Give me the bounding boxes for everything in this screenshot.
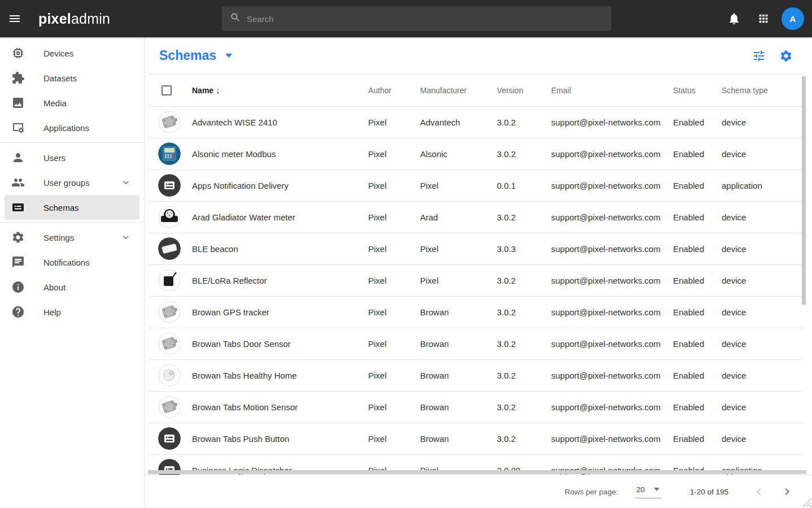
filter-tune-icon[interactable] [748, 45, 770, 67]
rows-per-page-select[interactable]: 20 [635, 485, 661, 498]
table-row[interactable]: Browan Tabs Healthy HomePixelBrowan3.0.2… [148, 359, 804, 391]
app-window-gear-icon [11, 121, 25, 134]
sensor-gray-icon [158, 301, 181, 323]
page-title-dropdown[interactable]: Schemas [159, 48, 232, 63]
sort-descending-icon: ↓ [216, 85, 220, 95]
cell-author: Pixel [368, 391, 420, 423]
sidebar-item-user-groups[interactable]: User groups [5, 170, 139, 195]
people-icon [11, 176, 25, 189]
cell-version: 3.0.2 [497, 359, 551, 391]
cell-status: Enabled [673, 296, 722, 328]
next-page-chevron-icon[interactable] [777, 481, 797, 502]
table-settings-gear-icon[interactable] [775, 45, 797, 67]
column-header-version[interactable]: Version [497, 75, 551, 106]
column-label: Version [497, 86, 523, 95]
table-row[interactable]: Browan Tabs Push ButtonPixelBrowan3.0.2s… [148, 423, 804, 454]
table-row[interactable]: Browan Tabs Door SensorPixelBrowan3.0.2s… [148, 328, 804, 359]
column-header-status[interactable]: Status [673, 75, 722, 106]
cell-version: 3.0.2 [497, 423, 551, 454]
sidebar-item-schemas[interactable]: Schemas [5, 195, 139, 220]
sidebar-item-label: User groups [43, 178, 90, 188]
cell-status: Enabled [673, 233, 722, 264]
cell-status: Enabled [673, 106, 722, 138]
sidebar-item-help[interactable]: Help [5, 299, 139, 324]
table-row[interactable]: Browan Tabs Motion SensorPixelBrowan3.0.… [148, 391, 804, 423]
sidebar-item-label: About [43, 283, 66, 292]
home-white-icon [158, 364, 181, 387]
search-input[interactable] [247, 14, 604, 24]
search-box[interactable] [222, 6, 612, 31]
table-row[interactable]: Browan GPS trackerPixelBrowan3.0.2suppor… [148, 296, 804, 328]
select-all-checkbox[interactable] [161, 85, 172, 95]
column-header-schema-type[interactable]: Schema type [722, 75, 804, 106]
cell-email: support@pixel-networks.com [551, 391, 673, 423]
puzzle-icon [11, 71, 25, 85]
cell-name: Browan Tabs Push Button [192, 423, 368, 454]
menu-hamburger-icon[interactable] [3, 7, 26, 30]
page-title: Schemas [159, 48, 216, 63]
sidebar-item-applications[interactable]: Applications [5, 115, 139, 140]
cell-version: 3.0.2 [497, 106, 551, 138]
meter-blue-icon [158, 142, 181, 165]
cell-name: Apps Notification Delivery [192, 170, 368, 201]
column-label: Author [368, 86, 391, 95]
gear-icon [11, 231, 25, 244]
person-icon [11, 151, 25, 164]
sidebar-item-notifications[interactable]: Notifications [5, 250, 139, 275]
user-avatar[interactable]: A [782, 7, 804, 30]
reflector-black-icon [158, 269, 181, 292]
table-row[interactable]: BLE beaconPixelPixel3.0.3support@pixel-n… [148, 233, 804, 264]
chip-icon [11, 46, 25, 60]
table-row[interactable]: Alsonic meter ModbusPixelAlsonic3.0.2sup… [148, 138, 804, 170]
info-icon [11, 280, 25, 294]
sidebar-item-label: Users [43, 153, 66, 163]
cell-schema-type: application [722, 170, 804, 201]
rows-per-page-value: 20 [636, 485, 645, 494]
sidebar-item-datasets[interactable]: Datasets [5, 66, 139, 90]
column-header-name[interactable]: Name↓ [192, 75, 368, 106]
cell-status: Enabled [673, 264, 722, 296]
table-row[interactable]: BLE/LoRa ReflectorPixelPixel3.0.2support… [148, 264, 804, 296]
cell-schema-type: device [722, 138, 804, 170]
cell-manufacturer: Browan [420, 328, 497, 359]
table-row[interactable]: Advantech WISE 2410PixelAdvantech3.0.2su… [148, 106, 804, 138]
column-header-author[interactable]: Author [368, 75, 420, 106]
cell-author: Pixel [368, 170, 420, 201]
watermeter-black-icon [158, 206, 181, 228]
sidebar-item-users[interactable]: Users [5, 145, 139, 170]
table-row[interactable]: Arad Gladiator Water meterPixelArad3.0.2… [148, 201, 804, 233]
sidebar-item-settings[interactable]: Settings [5, 225, 139, 250]
vertical-scrollbar[interactable] [802, 76, 806, 305]
column-header-manufacturer[interactable]: Manufacturer [420, 75, 497, 106]
cell-author: Pixel [368, 106, 420, 138]
column-header-email[interactable]: Email [551, 75, 673, 106]
sidebar-item-media[interactable]: Media [5, 90, 139, 115]
cell-schema-type: device [722, 106, 804, 138]
schema-card-icon [11, 201, 25, 214]
column-label: Email [551, 86, 571, 95]
cell-author: Pixel [368, 201, 420, 233]
previous-page-chevron-icon[interactable] [749, 481, 769, 502]
sidebar-item-devices[interactable]: Devices [5, 41, 139, 66]
table-row[interactable]: Apps Notification DeliveryPixelPixel0.0.… [148, 170, 804, 201]
notifications-bell-icon[interactable] [723, 7, 745, 30]
sidebar: DevicesDatasetsMediaApplicationsUsersUse… [0, 37, 145, 508]
sensor-gray-icon [158, 332, 181, 355]
cell-manufacturer: Advantech [420, 106, 497, 138]
apps-grid-icon[interactable] [752, 7, 775, 30]
column-label: Schema type [722, 86, 768, 95]
sidebar-item-label: Settings [43, 233, 74, 242]
row-icon-cell [148, 391, 192, 423]
app-logo: pixeladmin [38, 11, 110, 27]
horizontal-scrollbar[interactable] [148, 470, 806, 474]
cell-email: support@pixel-networks.com [551, 423, 673, 454]
cell-status: Enabled [673, 170, 722, 201]
cell-email: support@pixel-networks.com [551, 106, 673, 138]
cell-version: 3.0.2 [497, 138, 551, 170]
avatar-initial: A [790, 14, 796, 24]
sidebar-item-about[interactable]: About [5, 275, 139, 299]
schema-dark-icon [158, 174, 181, 197]
cell-status: Enabled [673, 391, 722, 423]
cell-name: Browan GPS tracker [192, 296, 368, 328]
cell-name: Arad Gladiator Water meter [192, 201, 368, 233]
